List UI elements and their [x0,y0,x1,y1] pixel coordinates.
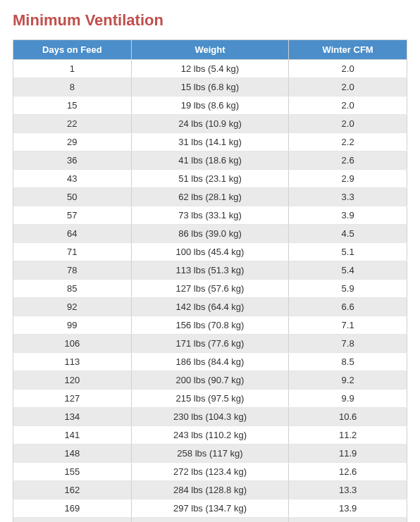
cell-weight: 19 lbs (8.6 kg) [131,97,289,115]
cell-days: 127 [13,390,132,408]
table-row: 3641 lbs (18.6 kg)2.6 [13,151,407,170]
table-row: 176310 lbs (140.6 kg)14.6 [13,518,407,523]
cell-cfm: 2.9 [289,170,407,188]
cell-days: 134 [13,408,132,426]
cell-weight: 200 lbs (90.7 kg) [131,371,289,390]
cell-weight: 86 lbs (39.0 kg) [131,225,289,243]
cell-days: 50 [13,188,132,206]
cell-days: 43 [13,170,132,188]
table-row: 162284 lbs (128.8 kg)13.3 [13,481,407,499]
cell-days: 99 [13,316,132,335]
cell-weight: 100 lbs (45.4 kg) [131,243,289,261]
cell-cfm: 3.3 [289,188,407,206]
cell-cfm: 11.2 [289,426,407,445]
cell-days: 64 [13,225,132,243]
cell-cfm: 2.0 [289,115,407,133]
header-cfm: Winter CFM [289,40,407,60]
table-row: 92142 lbs (64.4 kg)6.6 [13,298,407,316]
cell-weight: 272 lbs (123.4 kg) [131,463,289,481]
table-header-row: Days on Feed Weight Winter CFM [13,40,407,60]
table-row: 127215 lbs (97.5 kg)9.9 [13,390,407,408]
cell-days: 155 [13,463,132,481]
cell-days: 29 [13,133,132,151]
cell-days: 148 [13,445,132,463]
table-row: 155272 lbs (123.4 kg)12.6 [13,463,407,481]
table-row: 99156 lbs (70.8 kg)7.1 [13,316,407,335]
cell-days: 85 [13,280,132,298]
cell-days: 176 [13,518,132,523]
cell-cfm: 8.5 [289,353,407,371]
cell-days: 71 [13,243,132,261]
cell-weight: 186 lbs (84.4 kg) [131,353,289,371]
cell-cfm: 14.6 [289,518,407,523]
cell-cfm: 5.9 [289,280,407,298]
cell-weight: 31 lbs (14.1 kg) [131,133,289,151]
cell-weight: 258 lbs (117 kg) [131,445,289,463]
cell-days: 92 [13,298,132,316]
cell-weight: 284 lbs (128.8 kg) [131,481,289,499]
cell-cfm: 13.3 [289,481,407,499]
table-row: 4351 lbs (23.1 kg)2.9 [13,170,407,188]
cell-cfm: 9.9 [289,390,407,408]
cell-days: 22 [13,115,132,133]
cell-weight: 12 lbs (5.4 kg) [131,60,289,78]
table-row: 134230 lbs (104.3 kg)10.6 [13,408,407,426]
cell-cfm: 7.8 [289,335,407,353]
cell-cfm: 2.2 [289,133,407,151]
page-title: Minimum Ventilation [13,11,407,30]
cell-cfm: 2.0 [289,78,407,97]
table-row: 85127 lbs (57.6 kg)5.9 [13,280,407,298]
cell-cfm: 2.6 [289,151,407,170]
table-row: 112 lbs (5.4 kg)2.0 [13,60,407,78]
cell-days: 1 [13,60,132,78]
cell-cfm: 5.4 [289,261,407,280]
cell-days: 106 [13,335,132,353]
cell-days: 78 [13,261,132,280]
table-row: 78113 lbs (51.3 kg)5.4 [13,261,407,280]
cell-cfm: 9.2 [289,371,407,390]
table-row: 71100 lbs (45.4 kg)5.1 [13,243,407,261]
cell-cfm: 5.1 [289,243,407,261]
table-row: 113186 lbs (84.4 kg)8.5 [13,353,407,371]
cell-cfm: 7.1 [289,316,407,335]
cell-days: 8 [13,78,132,97]
table-row: 169297 lbs (134.7 kg)13.9 [13,499,407,518]
cell-days: 141 [13,426,132,445]
table-row: 106171 lbs (77.6 kg)7.8 [13,335,407,353]
cell-weight: 51 lbs (23.1 kg) [131,170,289,188]
table-row: 5062 lbs (28.1 kg)3.3 [13,188,407,206]
cell-days: 57 [13,206,132,225]
cell-weight: 142 lbs (64.4 kg) [131,298,289,316]
cell-days: 113 [13,353,132,371]
cell-cfm: 6.6 [289,298,407,316]
header-weight: Weight [131,40,289,60]
cell-weight: 310 lbs (140.6 kg) [131,518,289,523]
cell-days: 162 [13,481,132,499]
cell-weight: 62 lbs (28.1 kg) [131,188,289,206]
cell-weight: 15 lbs (6.8 kg) [131,78,289,97]
header-days: Days on Feed [13,40,132,60]
cell-cfm: 11.9 [289,445,407,463]
table-row: 6486 lbs (39.0 kg)4.5 [13,225,407,243]
cell-weight: 24 lbs (10.9 kg) [131,115,289,133]
cell-weight: 156 lbs (70.8 kg) [131,316,289,335]
cell-cfm: 2.0 [289,97,407,115]
cell-weight: 230 lbs (104.3 kg) [131,408,289,426]
cell-cfm: 10.6 [289,408,407,426]
cell-weight: 127 lbs (57.6 kg) [131,280,289,298]
cell-weight: 171 lbs (77.6 kg) [131,335,289,353]
cell-days: 15 [13,97,132,115]
cell-cfm: 13.9 [289,499,407,518]
cell-weight: 113 lbs (51.3 kg) [131,261,289,280]
cell-cfm: 3.9 [289,206,407,225]
cell-weight: 297 lbs (134.7 kg) [131,499,289,518]
cell-days: 36 [13,151,132,170]
cell-days: 169 [13,499,132,518]
cell-days: 120 [13,371,132,390]
cell-weight: 41 lbs (18.6 kg) [131,151,289,170]
cell-weight: 73 lbs (33.1 kg) [131,206,289,225]
table-row: 120200 lbs (90.7 kg)9.2 [13,371,407,390]
cell-cfm: 2.0 [289,60,407,78]
table-row: 2931 lbs (14.1 kg)2.2 [13,133,407,151]
table-row: 815 lbs (6.8 kg)2.0 [13,78,407,97]
